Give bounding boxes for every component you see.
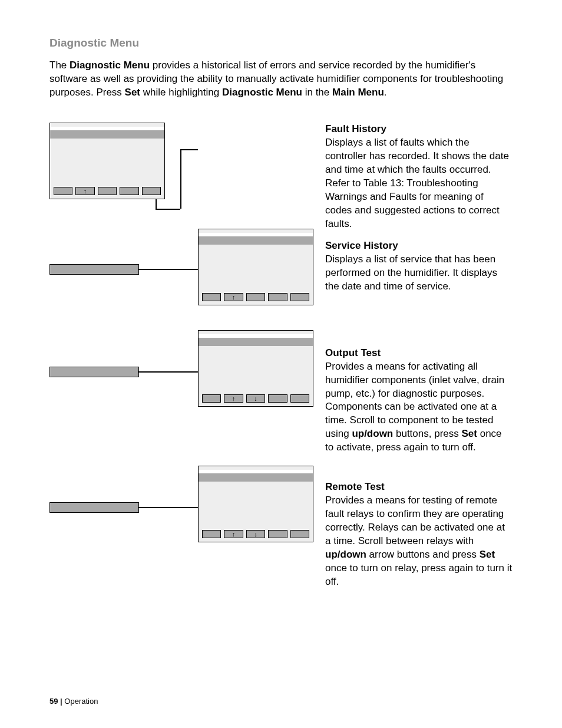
body-text: Displays a list of faults which the cont… [325,136,513,231]
description-column: Fault History Displays a list of faults … [325,123,513,597]
soft-button [202,530,221,538]
panel-fault-history: ↑ [49,123,165,199]
label-tag [49,264,139,275]
soft-button [268,293,287,301]
soft-button [246,293,265,301]
section-service-history: Service History Displays a list of servi… [325,239,513,294]
soft-button [142,187,161,195]
panel-output-test: ↑ ↓ [198,330,313,407]
heading: Service History [325,239,513,253]
soft-button [268,530,287,538]
panel-remote-test: ↑ ↓ [198,466,313,542]
up-icon: ↑ [224,293,243,301]
panel-service-history: ↑ [198,229,313,305]
soft-button [290,293,309,301]
body-text: Provides a means for testing of remote f… [325,494,513,589]
soft-button [120,187,138,195]
heading: Remote Test [325,480,513,494]
soft-button [268,394,287,403]
intro-paragraph: The Diagnostic Menu provides a historica… [49,59,513,100]
page-footer: 59 | Operation [49,696,98,707]
page: Diagnostic Menu The Diagnostic Menu prov… [0,0,562,728]
section-fault-history: Fault History Displays a list of faults … [325,123,513,231]
label-tag [49,367,139,377]
soft-button [54,187,72,195]
up-icon: ↑ [224,530,243,538]
heading: Output Test [325,347,513,360]
soft-button [290,530,309,538]
body-text: Displays a list of service that has been… [325,253,513,294]
down-icon: ↓ [246,530,265,538]
diagram-column: ↓ ↑ [49,123,313,577]
section-output-test: Output Test Provides a means for activat… [325,347,513,455]
soft-button [290,394,309,403]
body-text: Provides a means for activating all humi… [325,360,513,455]
section-remote-test: Remote Test Provides a means for testing… [325,480,513,589]
up-icon: ↑ [224,394,243,403]
soft-button [202,293,221,301]
up-icon: ↑ [75,187,94,195]
label-tag [49,502,139,513]
down-icon: ↓ [246,394,265,403]
soft-button [202,394,221,403]
section-title: Diagnostic Menu [49,35,513,51]
heading: Fault History [325,123,513,136]
soft-button [98,187,117,195]
